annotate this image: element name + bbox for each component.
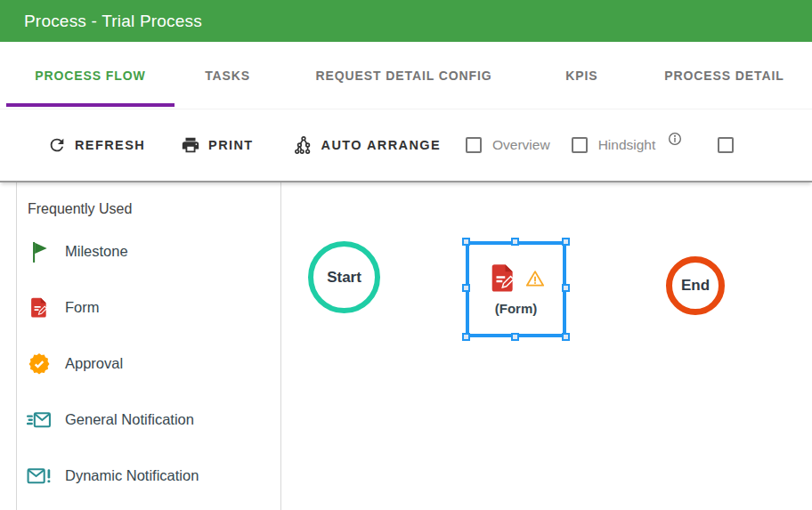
palette-title: Frequently Used [28,200,280,218]
tab-kpis[interactable]: KPIS [527,42,637,109]
form-node-label: (Form) [495,301,538,316]
palette-item-general-notification[interactable]: General Notification [17,392,280,448]
start-node-label: Start [327,269,361,287]
auto-arrange-label: AUTO ARRANGE [321,138,441,152]
third-checkbox[interactable] [718,137,734,153]
form-node-selected[interactable]: (Form) [466,241,566,337]
palette-item-label: General Notification [65,411,194,428]
flow-canvas[interactable]: Start [281,182,812,510]
approval-badge-icon [26,352,53,376]
form-document-icon [26,296,53,320]
palette-item-dynamic-notification[interactable]: Dynamic Notification [17,448,280,504]
form-document-icon [487,263,519,298]
refresh-icon [47,135,67,155]
palette-item-form[interactable]: Form [17,279,280,336]
auto-arrange-button[interactable]: AUTO ARRANGE [294,135,441,155]
tab-request-detail-config[interactable]: REQUEST DETAIL CONFIG [280,42,526,109]
print-button[interactable]: PRINT [181,135,254,155]
dynamic-notification-icon [26,465,53,487]
milestone-flag-icon [26,240,53,263]
resize-handle-e[interactable] [562,284,570,292]
node-palette: Frequently Used Milestone Form [16,182,281,510]
tab-process-flow[interactable]: PROCESS FLOW [6,42,175,109]
palette-item-approval[interactable]: Approval [17,336,280,392]
overview-label: Overview [492,137,550,153]
palette-item-milestone[interactable]: Milestone [17,223,280,279]
general-notification-icon [26,409,53,431]
start-node[interactable]: Start [308,241,380,313]
resize-handle-ne[interactable] [562,238,570,246]
end-node-label: End [681,277,710,295]
refresh-label: REFRESH [75,138,145,152]
content-area: Frequently Used Milestone Form [0,182,812,510]
third-checkbox-group [718,137,734,153]
toolbar: REFRESH PRINT AUTO ARRANGE Overview Hind… [0,109,812,182]
page-title: Process - Trial Process [24,12,202,31]
resize-handle-s[interactable] [511,333,519,341]
window-header: Process - Trial Process [0,0,812,42]
hindsight-checkbox-group: Hindsight [572,137,683,153]
resize-handle-sw[interactable] [462,333,470,341]
palette-item-label: Form [65,299,100,316]
resize-handle-n[interactable] [511,238,519,246]
print-label: PRINT [208,138,254,152]
overview-checkbox-group: Overview [466,137,550,153]
hindsight-checkbox[interactable] [572,137,588,153]
overview-checkbox[interactable] [466,137,482,153]
warning-icon [525,269,545,292]
tab-tasks[interactable]: TASKS [175,42,280,109]
refresh-button[interactable]: REFRESH [47,135,145,155]
end-node[interactable]: End [666,256,725,315]
resize-handle-w[interactable] [462,284,470,292]
hindsight-info-icon[interactable] [668,132,682,146]
printer-icon [181,135,200,155]
palette-item-label: Milestone [65,243,128,260]
palette-item-label: Dynamic Notification [65,467,199,484]
resize-handle-nw[interactable] [462,238,470,246]
hindsight-label: Hindsight [598,137,656,153]
tab-bar: PROCESS FLOW TASKS REQUEST DETAIL CONFIG… [0,42,812,109]
palette-item-label: Approval [65,355,123,372]
resize-handle-se[interactable] [562,333,570,341]
palette-list: Milestone Form [17,223,280,504]
tab-process-detail[interactable]: PROCESS DETAIL [637,42,812,109]
auto-arrange-tree-icon [294,135,313,155]
